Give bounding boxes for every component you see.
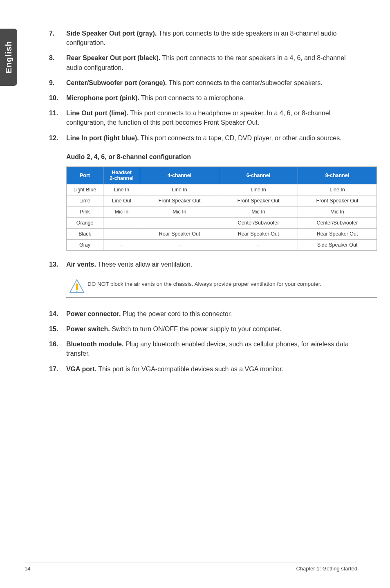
page-number: 14 bbox=[25, 566, 30, 572]
list-item: 7.Side Speaker Out port (gray). This por… bbox=[49, 29, 357, 47]
table-row: LimeLine OutFront Speaker OutFront Speak… bbox=[67, 195, 377, 206]
item-13-list: 13. Air vents. These vents allow air ven… bbox=[49, 260, 357, 269]
warning-icon bbox=[66, 278, 87, 294]
item-number: 16. bbox=[49, 339, 66, 358]
audio-config-table: PortHeadset2-channel4-channel6-channel8-… bbox=[66, 166, 377, 251]
item-body: Power connector. Plug the power cord to … bbox=[66, 309, 357, 319]
table-cell: Mic In bbox=[298, 206, 377, 217]
language-tab: English bbox=[0, 29, 17, 86]
table-body: Light BlueLine InLine InLine InLine InLi… bbox=[67, 184, 377, 250]
table-header-cell: Port bbox=[67, 166, 103, 184]
table-cell: Mic In bbox=[219, 206, 298, 217]
item-bold: Bluetooth module. bbox=[66, 341, 123, 348]
table-cell: – bbox=[219, 239, 298, 250]
table-cell: Line Out bbox=[103, 195, 140, 206]
note-text: DO NOT block the air vents on the chassi… bbox=[87, 278, 377, 290]
list-item: 16.Bluetooth module. Plug any bluetooth … bbox=[49, 339, 357, 358]
item-body: Bluetooth module. Plug any bluetooth ena… bbox=[66, 339, 357, 358]
table-cell: Front Speaker Out bbox=[298, 195, 377, 206]
item-body: Air vents. These vents allow air ventila… bbox=[66, 260, 357, 269]
table-cell: Mic In bbox=[103, 206, 140, 217]
page-footer: 14 Chapter 1: Getting started bbox=[25, 563, 357, 572]
item-bold: Power connector. bbox=[66, 310, 121, 317]
item-body: Power switch. Switch to turn ON/OFF the … bbox=[66, 324, 357, 334]
item-bold: Side Speaker Out port (gray). bbox=[66, 30, 157, 37]
item-text: These vents allow air ventilation. bbox=[96, 261, 192, 268]
table-cell: Line In bbox=[219, 184, 298, 195]
item-body: Line Out port (lime). This port connects… bbox=[66, 108, 357, 127]
table-cell: Gray bbox=[67, 239, 103, 250]
item-number: 14. bbox=[49, 309, 66, 319]
item-number: 12. bbox=[49, 133, 66, 143]
list-item: 11.Line Out port (lime). This port conne… bbox=[49, 108, 357, 127]
table-cell: Front Speaker Out bbox=[219, 195, 298, 206]
list-item: 15.Power switch. Switch to turn ON/OFF t… bbox=[49, 324, 357, 334]
svg-rect-2 bbox=[76, 286, 78, 290]
list-item: 14.Power connector. Plug the power cord … bbox=[49, 309, 357, 319]
table-cell: Pink bbox=[67, 206, 103, 217]
item-number: 17. bbox=[49, 364, 66, 374]
table-header-cell: 8-channel bbox=[298, 166, 377, 184]
item-bold: Center/Subwoofer port (orange). bbox=[66, 79, 167, 86]
item-number: 13. bbox=[49, 260, 66, 269]
item-number: 7. bbox=[49, 29, 66, 47]
list-item: 9.Center/Subwoofer port (orange). This p… bbox=[49, 78, 357, 88]
table-row: Orange––Center/SubwooferCenter/Subwoofer bbox=[67, 217, 377, 228]
list-item: 17.VGA port. This port is for VGA-compat… bbox=[49, 364, 357, 374]
item-text: This port is for VGA-compatible devices … bbox=[96, 366, 283, 373]
item-bold: Rear Speaker Out port (black). bbox=[66, 54, 160, 61]
list-item: 12.Line In port (light blue). This port … bbox=[49, 133, 357, 143]
table-cell: Lime bbox=[67, 195, 103, 206]
port-list-top: 7.Side Speaker Out port (gray). This por… bbox=[49, 29, 357, 143]
item-bold: Line In port (light blue). bbox=[66, 135, 139, 141]
item-text: This port connects to a tape, CD, DVD pl… bbox=[139, 135, 342, 141]
table-row: Black–Rear Speaker OutRear Speaker OutRe… bbox=[67, 228, 377, 239]
table-cell: Black bbox=[67, 228, 103, 239]
table-cell: Center/Subwoofer bbox=[219, 217, 298, 228]
port-list-bottom: 14.Power connector. Plug the power cord … bbox=[49, 309, 357, 374]
table-cell: Rear Speaker Out bbox=[140, 228, 219, 239]
list-item: 8.Rear Speaker Out port (black). This po… bbox=[49, 53, 357, 72]
item-text: Plug the power cord to this connector. bbox=[121, 310, 232, 317]
table-row: Gray–––Side Speaker Out bbox=[67, 239, 377, 250]
table-cell: – bbox=[103, 228, 140, 239]
main-content: 7.Side Speaker Out port (gray). This por… bbox=[49, 29, 357, 374]
item-number: 9. bbox=[49, 78, 66, 88]
item-bold: Air vents. bbox=[66, 261, 96, 268]
table-header-cell: 6-channel bbox=[219, 166, 298, 184]
table-header-cell: Headset2-channel bbox=[103, 166, 140, 184]
table-cell: Line In bbox=[140, 184, 219, 195]
item-text: Switch to turn ON/OFF the power supply t… bbox=[110, 325, 282, 332]
item-bold: VGA port. bbox=[66, 366, 96, 373]
item-body: Center/Subwoofer port (orange). This por… bbox=[66, 78, 357, 88]
table-cell: Rear Speaker Out bbox=[219, 228, 298, 239]
table-cell: Line In bbox=[298, 184, 377, 195]
chapter-label: Chapter 1: Getting started bbox=[296, 566, 357, 572]
item-bold: Power switch. bbox=[66, 325, 110, 332]
table-cell: – bbox=[103, 217, 140, 228]
table-header-cell: 4-channel bbox=[140, 166, 219, 184]
item-number: 8. bbox=[49, 53, 66, 72]
table-cell: Light Blue bbox=[67, 184, 103, 195]
table-cell: Front Speaker Out bbox=[140, 195, 219, 206]
item-body: Rear Speaker Out port (black). This port… bbox=[66, 53, 357, 72]
svg-point-1 bbox=[76, 283, 78, 287]
table-cell: Orange bbox=[67, 217, 103, 228]
table-header-row: PortHeadset2-channel4-channel6-channel8-… bbox=[67, 166, 377, 184]
item-body: Microphone port (pink). This port connec… bbox=[66, 93, 357, 103]
table-row: PinkMic InMic InMic InMic In bbox=[67, 206, 377, 217]
table-cell: Center/Subwoofer bbox=[298, 217, 377, 228]
table-cell: Rear Speaker Out bbox=[298, 228, 377, 239]
audio-config-heading: Audio 2, 4, 6, or 8-channel configuratio… bbox=[66, 153, 357, 161]
item-body: Line In port (light blue). This port con… bbox=[66, 133, 357, 143]
item-text: This port connects to the center/subwoof… bbox=[167, 79, 322, 86]
table-cell: Side Speaker Out bbox=[298, 239, 377, 250]
table-cell: Mic In bbox=[140, 206, 219, 217]
table-cell: – bbox=[103, 239, 140, 250]
table-cell: Line In bbox=[103, 184, 140, 195]
svg-point-3 bbox=[76, 291, 78, 292]
item-body: Side Speaker Out port (gray). This port … bbox=[66, 29, 357, 47]
item-body: VGA port. This port is for VGA-compatibl… bbox=[66, 364, 357, 374]
table-cell: – bbox=[140, 217, 219, 228]
item-text: This port connects to a microphone. bbox=[139, 94, 245, 101]
